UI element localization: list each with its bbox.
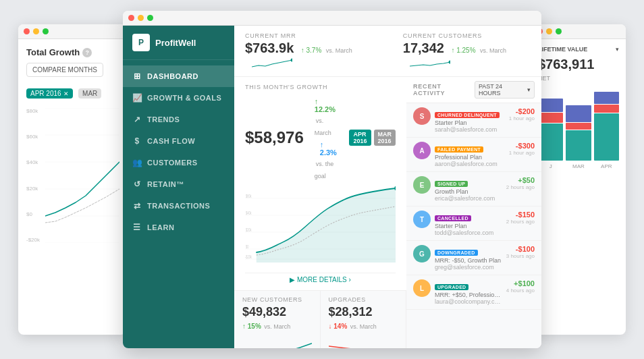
total-growth-chart: $80k $60k $40k $20k $0 -$20k	[26, 108, 118, 243]
time-filter[interactable]: PAST 24 HOURS ▾	[475, 81, 535, 99]
logo-text: ProfitWell	[155, 38, 196, 48]
activity-email: erica@salesforce.com	[435, 195, 502, 202]
activity-badge: FAILED PAYMENT	[435, 146, 483, 153]
activity-info: CANCELLED Starter Plan todd@salesforce.c…	[435, 211, 502, 236]
back-right-window: Lifetime Value ▾ $763,911 NET J	[531, 24, 626, 335]
bar-group-mar: MAR	[566, 88, 591, 169]
mrr-vs: vs. March	[326, 47, 352, 54]
svg-text:$60k: $60k	[246, 194, 252, 198]
br-maximize-dot	[556, 28, 562, 34]
customers-change: ↑ 1.25%	[451, 47, 475, 54]
bar-apr-blue	[594, 92, 619, 104]
bar-mar-teal	[566, 130, 591, 161]
sidebar-item-retain[interactable]: ↺ Retain™	[123, 173, 234, 195]
customers-label: Current Customers	[403, 32, 531, 39]
sidebar-item-dashboard[interactable]: ⊞ Dashboard	[123, 65, 234, 87]
learn-icon: ☰	[132, 223, 142, 232]
activity-email: todd@salesforce.com	[435, 229, 502, 236]
activity-badge: UPGRADED	[435, 284, 468, 290]
activity-avatar: E	[413, 176, 431, 194]
svg-text:-$20k: -$20k	[245, 254, 252, 259]
bar-apr-label: APR	[601, 163, 612, 169]
y-label-80k: $80k	[26, 108, 40, 114]
sidebar: P ProfitWell ⊞ Dashboard 📈 Growth & Goal…	[123, 26, 234, 348]
bar-apr-red	[594, 105, 619, 113]
new-customers-value: $49,832	[242, 305, 312, 319]
transactions-icon: ⇄	[132, 201, 142, 211]
help-icon[interactable]: ?	[82, 48, 92, 57]
new-customers-vs: vs. March	[264, 323, 290, 330]
upgrades-change: ↓ 14%	[329, 323, 348, 330]
activity-amount: +$100	[506, 279, 535, 287]
main-close-dot	[128, 15, 134, 21]
upgrades-card: Upgrades $28,312 ↓ 14% vs. March	[321, 291, 406, 348]
period-tags: APR 2016 MAR 2016	[349, 130, 396, 146]
svg-text:$40k: $40k	[246, 211, 252, 215]
activity-right: -$300 1 hour ago	[509, 142, 535, 156]
activity-right: -$150 2 hours ago	[506, 211, 535, 225]
cards-top: New Customers $49,832 ↑ 15% vs. March	[234, 291, 406, 348]
bar-group-apr: APR	[594, 88, 619, 169]
activity-email: laura@coolcompany.com	[435, 298, 502, 305]
sidebar-item-growth[interactable]: 📈 Growth & Goals	[123, 87, 234, 109]
chevron-down-icon: ▾	[527, 86, 531, 93]
activity-email: greg@salesforce.com	[435, 264, 502, 271]
bar-jan-label: J	[549, 163, 552, 169]
y-label-40k: $40k	[26, 159, 40, 165]
y-axis-labels: $80k $60k $40k $20k $0 -$20k	[26, 108, 40, 243]
compare-months-button[interactable]: COMPARE MONTHS	[26, 63, 103, 77]
growth-section: This Month's Growth $58,976 ↑ 12.2% vs. …	[234, 77, 406, 291]
sidebar-item-transactions[interactable]: ⇄ Transactions	[123, 195, 234, 217]
upgrades-value: $28,312	[329, 305, 398, 319]
svg-text:$20k: $20k	[246, 227, 252, 232]
activity-time: 4 hours ago	[506, 287, 535, 294]
growth-chart-svg: $60k $40k $20k $0 -$20k	[245, 185, 396, 273]
activity-item: T CANCELLED Starter Plan todd@salesforce…	[406, 206, 541, 241]
sidebar-logo: P ProfitWell	[123, 26, 234, 60]
activity-info: FAILED PAYMENT Professional Plan aaron@s…	[435, 142, 505, 167]
bar-jan-blue	[538, 99, 563, 112]
customers-icon: 👥	[132, 158, 142, 167]
sidebar-nav: ⊞ Dashboard 📈 Growth & Goals ↗ Trends $ …	[123, 60, 234, 244]
bar-mar-red	[566, 123, 591, 130]
activity-badge: CHURNED DELINQUENT	[435, 112, 500, 118]
activity-plan: Professional Plan	[435, 154, 505, 161]
bar-apr-teal	[594, 113, 619, 161]
total-growth-label: Total Growth ?	[26, 47, 118, 57]
bar-jan-teal	[538, 123, 563, 161]
activity-time: 1 hour ago	[509, 115, 535, 121]
sidebar-item-trends[interactable]: ↗ Trends	[123, 109, 234, 130]
mrr-change: ↑ 3.7%	[301, 47, 322, 54]
apr-tag-close[interactable]: ✕	[63, 90, 69, 97]
sidebar-item-cashflow[interactable]: $ Cash Flow	[123, 130, 234, 152]
sidebar-item-customers[interactable]: 👥 Customers	[123, 152, 234, 173]
recent-activity-panel: Recent Activity PAST 24 HOURS ▾ S CHURNE…	[406, 77, 541, 348]
apr-tag[interactable]: APR 2016 ✕	[26, 88, 73, 99]
activity-item: E SIGNED UP Growth Plan erica@salesforce…	[406, 172, 541, 206]
minimize-dot	[33, 28, 39, 34]
growth-changes: ↑ 12.2% vs. March ↑ 2.3% vs. the goal	[315, 94, 339, 181]
mar-tag[interactable]: MAR	[78, 88, 101, 99]
bar-mar-blue	[566, 105, 591, 122]
svg-point-6	[291, 59, 293, 62]
activity-right: +$100 4 hours ago	[506, 279, 535, 294]
mrr-sparkline	[252, 56, 292, 70]
lifetime-net: NET	[538, 75, 619, 82]
more-details-link[interactable]: ▶ MORE DETAILS ›	[245, 273, 396, 286]
sidebar-item-learn[interactable]: ☰ Learn	[123, 217, 234, 238]
main-minimize-dot	[138, 15, 144, 21]
activity-badge: CANCELLED	[435, 215, 471, 221]
activity-avatar: T	[413, 211, 431, 228]
period-tag-apr: APR 2016	[349, 130, 371, 146]
back-left-titlebar	[18, 24, 126, 39]
growth-change2: ↑ 2.3%	[320, 140, 339, 157]
retain-icon: ↺	[132, 180, 142, 189]
close-dot	[24, 28, 30, 34]
activity-email: sarah@salesforce.com	[435, 126, 505, 133]
growth-change1: ↑ 12.2%	[315, 97, 339, 113]
total-growth-svg	[45, 108, 119, 243]
lifetime-dropdown[interactable]: ▾	[616, 46, 619, 53]
y-label-60k: $60k	[26, 134, 40, 140]
activity-avatar: L	[413, 279, 431, 297]
activity-right: -$200 1 hour ago	[509, 107, 535, 121]
